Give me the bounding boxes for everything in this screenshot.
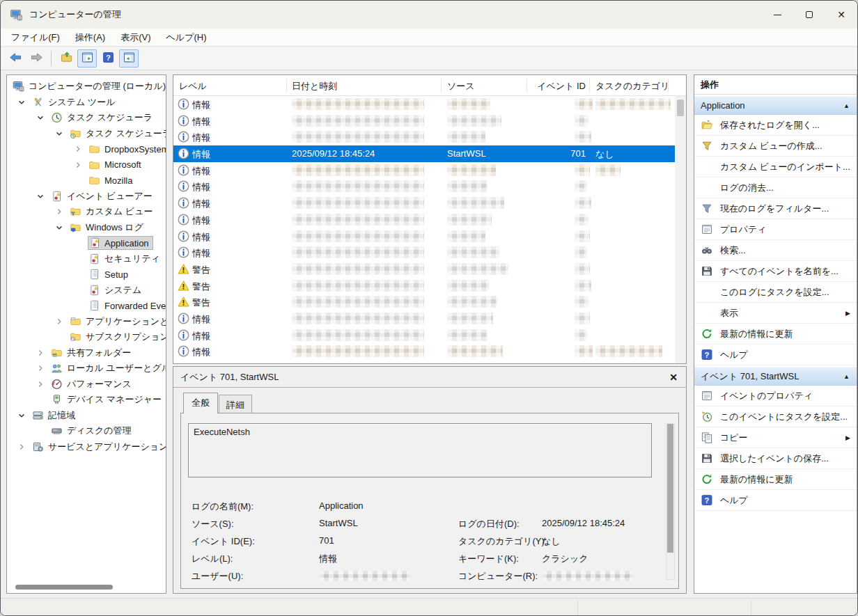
action-item[interactable]: イベントのプロパティ: [694, 386, 857, 406]
tree-item-3[interactable]: タスク スケジューラ ライブラリ: [7, 126, 166, 142]
action-item[interactable]: このログにタスクを設定...: [694, 282, 857, 303]
action-item[interactable]: 検索...: [694, 240, 857, 261]
chevron-right-icon[interactable]: [54, 316, 65, 327]
menu-file[interactable]: ファイル(F): [3, 31, 68, 44]
event-row[interactable]: 情報: [173, 244, 675, 261]
minimize-button[interactable]: [761, 1, 793, 29]
column-level[interactable]: レベル: [179, 80, 207, 93]
tree-item-5[interactable]: Microsoft: [7, 157, 166, 173]
chevron-right-icon[interactable]: [72, 143, 84, 155]
tree-item-17[interactable]: 共有フォルダー: [7, 345, 166, 361]
preview-close-button[interactable]: ✕: [666, 370, 680, 384]
tree-item-16[interactable]: サブスクリプション: [7, 329, 166, 345]
event-row[interactable]: 情報: [173, 310, 675, 327]
event-row-selected[interactable]: 情報2025/09/12 18:45:24StartWSL701なし: [173, 145, 675, 162]
menu-action[interactable]: 操作(A): [68, 31, 113, 44]
menu-help[interactable]: ヘルプ(H): [159, 31, 214, 44]
tree-item-18[interactable]: ローカル ユーザーとグループ: [7, 361, 166, 377]
maximize-button[interactable]: [793, 1, 825, 29]
action-item[interactable]: 現在のログをフィルター...: [694, 198, 857, 219]
event-row[interactable]: 情報: [173, 343, 675, 360]
column-datetime[interactable]: 日付と時刻: [292, 80, 337, 93]
action-item[interactable]: ?ヘルプ: [694, 490, 857, 511]
tree-item-13[interactable]: システム: [7, 283, 166, 299]
action-item[interactable]: 表示▶: [694, 303, 857, 324]
tree-item-selected[interactable]: Application: [7, 235, 166, 251]
chevron-down-icon[interactable]: [16, 410, 27, 421]
action-item[interactable]: このイベントにタスクを設定...: [694, 406, 857, 427]
event-row[interactable]: 警告: [173, 294, 675, 310]
event-row[interactable]: 警告: [173, 261, 675, 278]
chevron-down-icon[interactable]: [35, 112, 46, 123]
tree-item-2[interactable]: タスク スケジューラ: [7, 110, 166, 126]
tree-item-14[interactable]: Forwarded Events: [7, 298, 166, 314]
close-button[interactable]: ✕: [825, 1, 857, 29]
event-message-box[interactable]: ExecuteNetsh: [188, 423, 652, 477]
action-pane-toggle-button[interactable]: [119, 49, 139, 68]
column-task-category[interactable]: タスクのカテゴリ: [595, 80, 669, 93]
action-item[interactable]: カスタム ビューのインポート...: [694, 157, 857, 177]
event-list-scrollbar[interactable]: [675, 96, 686, 363]
action-item[interactable]: カスタム ビューの作成...: [694, 136, 857, 157]
action-item[interactable]: 保存されたログを開く...: [694, 115, 857, 136]
tree-item-9[interactable]: Windows ログ: [7, 220, 166, 236]
console-tree-toggle-button[interactable]: [77, 49, 97, 68]
menu-view[interactable]: 表示(V): [113, 31, 158, 44]
chevron-right-icon[interactable]: [35, 363, 46, 374]
tree-item-6[interactable]: Mozilla: [7, 173, 166, 189]
tree-item-8[interactable]: カスタム ビュー: [7, 204, 166, 220]
column-divider[interactable]: [441, 79, 442, 93]
tree-item-12[interactable]: Setup: [7, 267, 166, 283]
forward-button[interactable]: [26, 49, 46, 68]
event-row[interactable]: 情報: [173, 195, 675, 212]
export-list-button[interactable]: [56, 49, 76, 68]
action-item[interactable]: プロパティ: [694, 219, 857, 240]
chevron-right-icon[interactable]: [54, 206, 65, 217]
column-divider[interactable]: [589, 79, 590, 93]
back-button[interactable]: [6, 49, 25, 68]
tree-item-19[interactable]: パフォーマンス: [7, 377, 166, 393]
chevron-down-icon[interactable]: [54, 128, 65, 139]
preview-scrollbar[interactable]: [666, 423, 675, 580]
chevron-down-icon[interactable]: [54, 222, 65, 233]
action-item[interactable]: 最新の情報に更新: [694, 324, 857, 345]
scrollbar-thumb[interactable]: [677, 100, 684, 116]
action-item[interactable]: ログの消去...: [694, 177, 857, 198]
event-row[interactable]: 情報: [173, 113, 675, 129]
event-row[interactable]: 情報: [173, 96, 675, 113]
tab-general[interactable]: 全般: [183, 393, 218, 413]
scrollbar-thumb[interactable]: [667, 424, 673, 553]
tree-item-7[interactable]: イベント ビューアー: [7, 189, 166, 205]
chevron-right-icon[interactable]: [16, 441, 27, 452]
tree-item-0[interactable]: コンピューターの管理 (ローカル): [7, 79, 166, 95]
event-row[interactable]: 情報: [173, 212, 675, 228]
event-row[interactable]: 情報: [173, 162, 675, 179]
column-event-id[interactable]: イベント ID: [525, 80, 586, 93]
actions-section-header-0[interactable]: Application▲: [694, 96, 857, 115]
event-row[interactable]: 警告: [173, 278, 675, 294]
action-item[interactable]: 最新の情報に更新: [694, 469, 857, 490]
tree-item-11[interactable]: セキュリティ: [7, 251, 166, 267]
tree-item-20[interactable]: デバイス マネージャー: [7, 392, 166, 408]
action-item[interactable]: 選択したイベントの保存...: [694, 448, 857, 469]
chevron-down-icon[interactable]: [16, 97, 27, 108]
chevron-down-icon[interactable]: [35, 191, 46, 202]
action-item[interactable]: ?ヘルプ: [694, 345, 857, 365]
tree-item-15[interactable]: アプリケーションとサービス ログ: [7, 314, 166, 330]
tree-item-21[interactable]: 記憶域: [7, 408, 166, 424]
event-row[interactable]: 情報: [173, 178, 675, 195]
column-divider[interactable]: [286, 79, 287, 93]
tab-details[interactable]: 詳細: [219, 395, 252, 413]
action-item[interactable]: コピー▶: [694, 427, 857, 448]
tree-item-4[interactable]: DropboxSystem: [7, 141, 166, 157]
column-divider[interactable]: [668, 79, 669, 93]
tree-item-1[interactable]: システム ツール: [7, 95, 166, 111]
event-row[interactable]: 情報: [173, 228, 675, 245]
chevron-right-icon[interactable]: [35, 379, 46, 390]
column-divider[interactable]: [526, 79, 527, 93]
chevron-right-icon[interactable]: [35, 347, 46, 358]
column-source[interactable]: ソース: [447, 80, 475, 93]
tree-item-22[interactable]: ディスクの管理: [7, 423, 166, 439]
tree-horizontal-scrollbar[interactable]: [15, 585, 113, 590]
actions-section-header-1[interactable]: イベント 701, StartWSL▲: [694, 367, 857, 386]
